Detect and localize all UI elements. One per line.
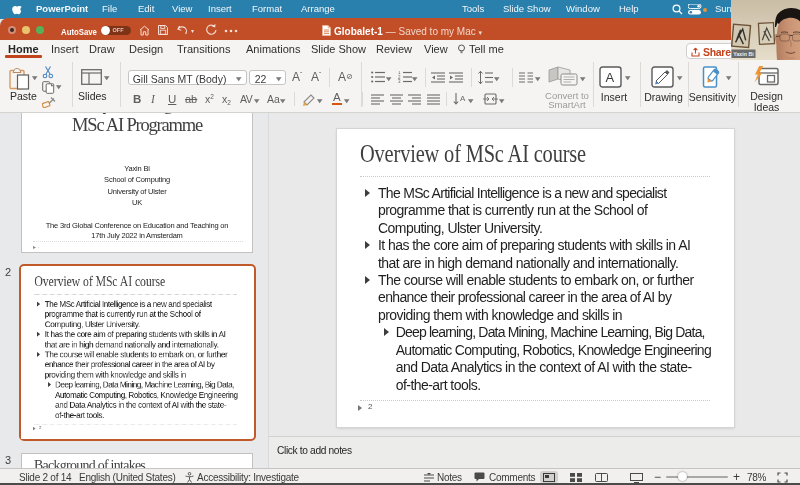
svg-text:Yaxin Bi: Yaxin Bi <box>733 51 754 57</box>
svg-text:3: 3 <box>398 79 401 83</box>
svg-text:A: A <box>606 70 615 85</box>
svg-text:A: A <box>460 94 466 103</box>
